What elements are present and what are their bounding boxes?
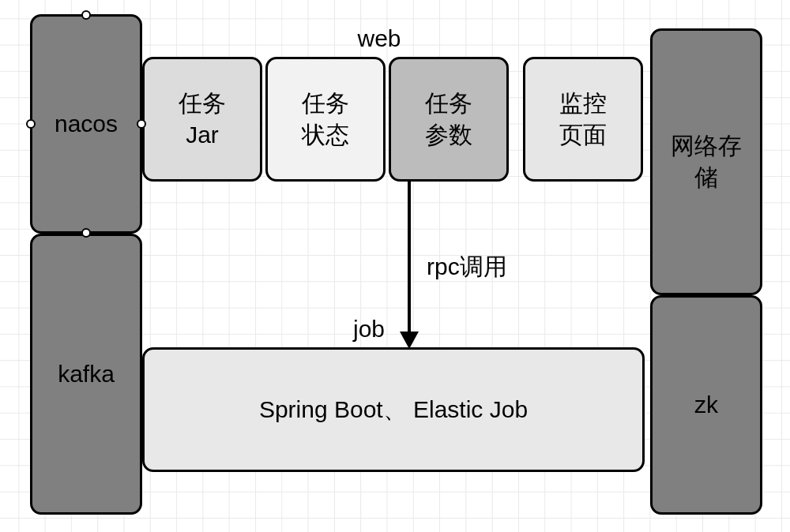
label-zk: zk [694,389,718,421]
box-monitor-page: 监控 页面 [523,57,643,182]
label-web: web [348,25,411,52]
label-task-jar: 任务 Jar [179,88,226,152]
label-rpc: rpc调用 [427,251,537,283]
handle-bottom[interactable] [81,228,91,238]
box-nacos[interactable]: nacos [30,14,142,234]
label-monitor-page: 监控 页面 [559,88,607,152]
handle-right[interactable] [137,119,146,129]
label-task-params: 任务 参数 [425,88,472,152]
handle-left[interactable] [26,119,36,129]
label-kafka: kafka [58,358,115,391]
box-task-jar: 任务 Jar [142,57,262,182]
handle-top[interactable] [81,10,91,20]
box-zk: zk [650,295,762,515]
rpc-arrow [393,182,425,347]
label-job-box: Spring Boot、 Elastic Job [259,394,528,426]
box-kafka: kafka [30,234,142,515]
label-nacos: nacos [55,108,118,140]
box-task-status: 任务 状态 [265,57,386,182]
box-network-storage: 网络存 储 [650,28,762,295]
box-task-params: 任务 参数 [389,57,509,182]
label-network-storage: 网络存 储 [671,130,742,194]
label-task-status: 任务 状态 [302,88,349,152]
label-job: job [341,316,397,343]
box-job: Spring Boot、 Elastic Job [142,347,645,472]
